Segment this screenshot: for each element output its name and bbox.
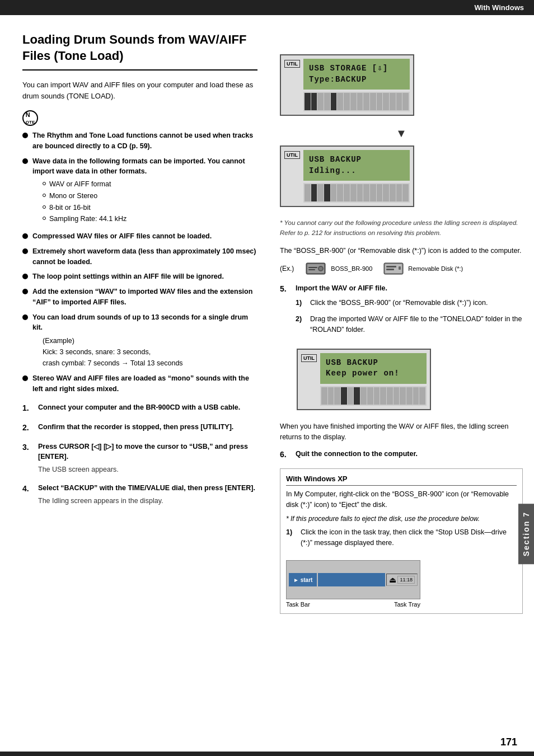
sub-step-5-1: 1) Click the “BOSS_BR-900” (or “Removabl… — [296, 298, 523, 308]
boss-disk-icon: BOSS_BR-900 — [305, 261, 372, 276]
bullet-text-4: The loop point settings within an AIFF f… — [32, 273, 224, 280]
step-item-2: 2. Confirm that the recorder is stopped,… — [22, 422, 257, 434]
winxp-sub-steps: 1) Click the icon in the task tray, then… — [286, 527, 517, 548]
section-tab: Section 7 — [518, 504, 534, 564]
tasktray-label: Task Tray — [394, 601, 420, 608]
bullet-circle — [22, 248, 28, 254]
step-item-1: 1. Connect your computer and the BR-900C… — [22, 402, 257, 414]
step-text-1: Connect your computer and the BR-900CD w… — [38, 403, 240, 411]
lcd-wrapper-2: UTIL USB BACKUP Idling... — [280, 145, 414, 207]
lcd-wrapper-3: UTIL USB BACKUP Keep power on! — [297, 349, 431, 410]
step-num-2: 2. — [22, 422, 34, 434]
lcd-container-2: UTIL USB BACKUP Idling... — [280, 145, 523, 213]
lcd-screen-2: USB BACKUP Idling... — [303, 150, 410, 181]
list-item: WAV or AIFF format — [43, 179, 257, 190]
bullet-circle — [22, 133, 28, 138]
ex-label: (Ex.) — [280, 265, 294, 273]
step-text-2: Confirm that the recorder is stopped, th… — [38, 423, 233, 431]
winxp-sub-1: 1) Click the icon in the task tray, then… — [286, 527, 517, 548]
step-text-3: Press CURSOR [◁] [▷] to move the cursor … — [38, 443, 248, 461]
bullet-dot — [43, 205, 46, 209]
example-label: (Example) — [43, 335, 257, 346]
sub-step-5-2: 2) Drag the imported WAV or AIFF file to… — [296, 314, 523, 335]
sub-bullet-1: Mono or Stereo — [49, 191, 97, 201]
step-item-5: 5. Import the WAV or AIFF file. 1) Click… — [280, 283, 523, 341]
util-label-2: UTIL — [284, 151, 300, 159]
list-item: You can load drum sounds of up to 13 sec… — [22, 312, 257, 369]
example-block: (Example) Kick: 3 seconds, snare: 3 seco… — [43, 335, 257, 369]
left-column: Loading Drum Sounds from WAV/AIFF Files … — [0, 15, 274, 625]
note-box: NOTE The Rhythm and Tone Load functions … — [22, 110, 257, 395]
removable-label: Removable Disk (*:) — [408, 265, 463, 272]
taskbar-image: ► start ⏏ 11:18 — [286, 560, 420, 599]
lcd-wrapper-1: UTIL USB STORAGE [⇩] Type:BACKUP — [280, 54, 414, 116]
util-label-1: UTIL — [284, 60, 300, 68]
winxp-sub-num-1: 1) — [286, 527, 296, 548]
bullet-text-3: Extremely short waveform data (less than… — [32, 247, 256, 266]
bullet-text-0: The Rhythm and Tone Load functions canno… — [32, 132, 253, 150]
example-line-0: Kick: 3 seconds, snare: 3 seconds, — [43, 346, 257, 358]
icon-text: The “BOSS_BR-900” (or “Removable disk (*… — [280, 246, 523, 256]
system-tray: ⏏ 11:18 — [386, 574, 418, 586]
taskbar-middle — [318, 573, 385, 586]
after-import-text: When you have finished importing the WAV… — [280, 421, 523, 443]
sub-step-text-5-2: Drag the imported WAV or AIFF file to th… — [310, 314, 523, 335]
lcd2-line1: USB BACKUP — [309, 154, 404, 166]
sub-bullet-0: WAV or AIFF format — [49, 179, 111, 190]
boss-label: BOSS_BR-900 — [331, 265, 372, 272]
lcd3-line2: Keep power on! — [326, 368, 421, 379]
winxp-sub-text-1: Click the icon in the task tray, then cl… — [301, 527, 517, 548]
list-item: Extremely short waveform data (less than… — [22, 246, 257, 267]
lcd1-line2: Type:BACKUP — [309, 74, 404, 86]
sub-bullet-2: 8-bit or 16-bit — [49, 203, 91, 213]
taskbar-container: ► start ⏏ 11:18 Task Bar Task Tray — [286, 555, 517, 608]
page-number: 171 — [500, 736, 517, 748]
note-icon: NOTE — [22, 110, 38, 126]
winxp-section: With Windows XP In My Computer, right-cl… — [280, 468, 523, 614]
bullet-dot — [43, 217, 46, 220]
lcd2-line2: Idling... — [309, 166, 404, 177]
step-num-4: 4. — [22, 483, 34, 495]
footer-bar — [0, 752, 534, 756]
header-title: With Windows — [474, 3, 524, 12]
winxp-title: With Windows XP — [286, 475, 517, 486]
step-item-4: 4. Select “BACKUP” with the TIME/VALUE d… — [22, 483, 257, 506]
lcd3-line1: USB BACKUP — [326, 358, 421, 369]
sub-bullet-3: Sampling Rate: 44.1 kHz — [49, 214, 127, 224]
eject-icon: ⏏ — [389, 575, 396, 584]
bullet-circle — [22, 158, 28, 164]
list-item: Wave data in the following formats can b… — [22, 156, 257, 227]
hdd-icon — [305, 261, 326, 276]
step-sub-4: The Idling screen appears in the display… — [38, 496, 257, 506]
bullet-circle — [22, 233, 28, 239]
lcd-container-3: UTIL USB BACKUP Keep power on! — [297, 349, 523, 416]
list-item: Add the extension “WAV” to imported WAV … — [22, 287, 257, 308]
list-item: The Rhythm and Tone Load functions canno… — [22, 130, 257, 152]
svg-rect-8 — [386, 266, 396, 267]
bullet-circle — [22, 314, 28, 320]
step-sub-3: The USB screen appears. — [38, 464, 257, 475]
step-num-5: 5. — [280, 283, 291, 295]
sub-step-num-5-2: 2) — [296, 314, 306, 335]
sub-step-num-5-1: 1) — [296, 298, 306, 308]
list-item: Stereo WAV and AIFF files are loaded as … — [22, 373, 257, 395]
step-list: 1. Connect your computer and the BR-900C… — [22, 402, 257, 506]
removable-icon-svg — [383, 262, 404, 275]
step-text-5: Import the WAV or AIFF file. — [296, 284, 387, 292]
bullet-circle — [22, 289, 28, 294]
step-num-6: 6. — [280, 449, 291, 461]
bullet-dot — [43, 194, 46, 197]
bullet-text-5: Add the extension “WAV” to imported WAV … — [32, 288, 252, 306]
arrow-down: ▼ — [280, 127, 523, 140]
lcd-screen-1: USB STORAGE [⇩] Type:BACKUP — [303, 59, 410, 90]
bullet-text-6: You can load drum sounds of up to 13 sec… — [32, 313, 248, 332]
icon-row: (Ex.) BOSS_BR-900 — [280, 261, 523, 276]
step-num-1: 1. — [22, 402, 34, 414]
note-label: NOTE — [22, 110, 257, 126]
svg-rect-5 — [308, 269, 315, 270]
bullet-text-7: Stereo WAV and AIFF files are loaded as … — [32, 374, 249, 393]
winxp-text: In My Computer, right-click on the “BOSS… — [286, 489, 517, 510]
util-label-3: UTIL — [301, 354, 317, 362]
list-item: 8-bit or 16-bit — [43, 203, 257, 213]
svg-rect-9 — [386, 269, 394, 270]
